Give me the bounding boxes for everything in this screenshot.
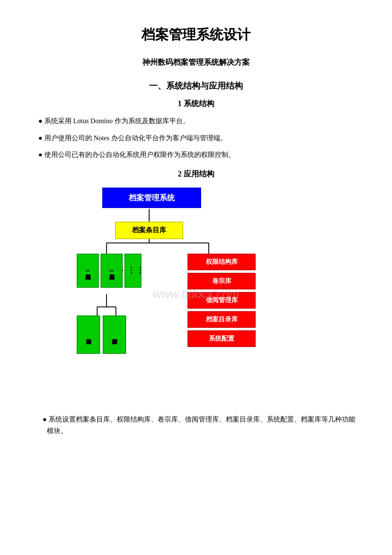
dots-box: ……. [124,254,141,288]
permission-structure-box: 权限结构库 [187,254,256,270]
archive-management-system-box: 档案管理系统 [102,188,201,208]
archive-lib-1-box: 档案库1 [77,254,99,288]
subsection1-heading: 1 系统结构 [34,98,358,109]
bullet-list-1: 系统采用 Lotus Domino 作为系统及数据库平台。 用户使用公司的 No… [34,116,358,160]
archive-directory-box: 档案目录库 [187,311,256,328]
green-boxes-row: 档案库1 档案库2 ……. [77,254,141,288]
bullet-item-3: 使用公司已有的办公自动化系统用户权限作为系统的权限控制。 [34,149,358,160]
salary-archive-room-box: 薪酬档案室 [103,315,126,354]
mid-box: 档案条目库 [115,222,183,239]
diagram-container: www.bdocx.com 档案管理系统 档案条目库 [34,188,358,401]
section1-heading: 一、系统结构与应用结构 [34,80,358,92]
bullet-item-1: 系统采用 Lotus Domino 作为系统及数据库平台。 [34,116,358,127]
archive-catalog-box: 档案条目库 [115,222,183,239]
page-title: 档案管理系统设计 [34,26,358,44]
bottom-green-boxes: 特别档案室 薪酬档案室 [77,315,126,354]
subsection2-heading: 2 应用结构 [34,169,358,179]
red-boxes-column: 权限结构库 卷宗库 借阅管理库 档案目录库 系统配置 [187,254,256,347]
volume-library-box: 卷宗库 [187,273,256,289]
special-archive-room-box: 特别档案室 [77,315,100,354]
top-box: 档案管理系统 [102,188,201,208]
diagram-wrapper: www.bdocx.com 档案管理系统 档案条目库 [64,188,328,401]
footer-text: 系统设置档案条目库、权限结构库、卷宗库、借阅管理库、档案目录库、系统配置、档案库… [34,413,358,436]
bullet-item-2: 用户使用公司的 Notes 办公自动化平台作为客户端与管理端。 [34,133,358,144]
footer-section: 系统设置档案条目库、权限结构库、卷宗库、借阅管理库、档案目录库、系统配置、档案库… [34,413,358,436]
borrow-management-box: 借阅管理库 [187,292,256,309]
subtitle: 神州数码档案管理系统解决方案 [34,57,358,67]
system-config-box: 系统配置 [187,330,256,347]
